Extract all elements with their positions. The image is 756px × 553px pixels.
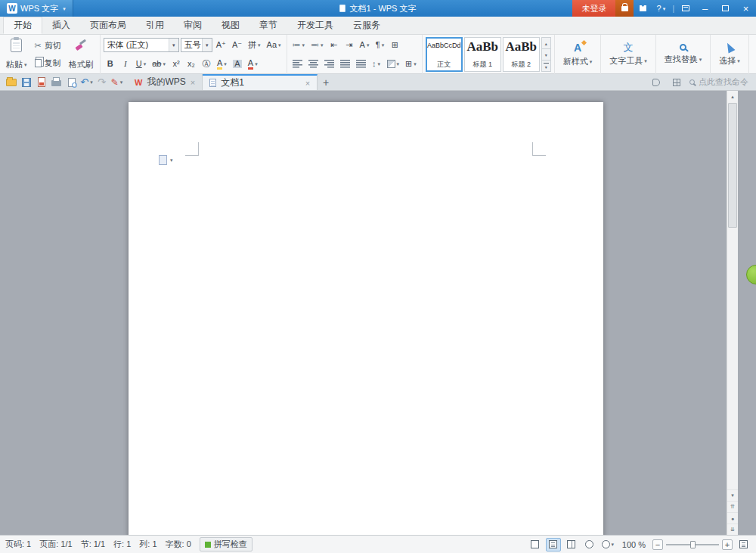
- fullscreen-view-button[interactable]: [528, 538, 543, 551]
- enclose-characters-button[interactable]: Ⓐ: [200, 57, 213, 72]
- page-view-button[interactable]: [546, 538, 561, 551]
- zoom-in-button[interactable]: +: [722, 539, 733, 550]
- character-shading-button[interactable]: A: [231, 57, 244, 72]
- document-page[interactable]: ▾: [129, 102, 603, 535]
- align-left-button[interactable]: [290, 57, 305, 72]
- zoom-slider-thumb[interactable]: [690, 541, 696, 548]
- eye-protection-button[interactable]: ▾: [600, 538, 615, 551]
- print-preview-button[interactable]: [64, 75, 79, 89]
- close-tab-icon[interactable]: ×: [305, 79, 310, 88]
- assistant-icon[interactable]: [649, 75, 663, 89]
- tab-home[interactable]: 开始: [3, 17, 42, 34]
- tab-cloud[interactable]: 云服务: [343, 17, 390, 34]
- style-normal[interactable]: AaBbCcDd 正文: [426, 37, 463, 72]
- font-family-select[interactable]: 宋体 (正文) ▾: [104, 38, 179, 52]
- outline-view-button[interactable]: [564, 538, 579, 551]
- decrease-indent-button[interactable]: ⇤: [327, 38, 341, 53]
- web-view-button[interactable]: [582, 538, 597, 551]
- style-heading-2[interactable]: AaBb 标题 2: [503, 37, 540, 72]
- scroll-up-button[interactable]: ▴: [727, 91, 738, 102]
- spellcheck-button[interactable]: 拼写检查: [200, 537, 253, 551]
- assistant-ball[interactable]: [746, 265, 756, 284]
- paste-button[interactable]: 粘贴▾: [3, 37, 30, 72]
- page-setup-tag[interactable]: ▾: [159, 155, 173, 165]
- superscript-button[interactable]: x²: [169, 57, 183, 72]
- fit-page-button[interactable]: [736, 538, 751, 551]
- ink-pen-button[interactable]: ✎ ▾: [110, 75, 124, 89]
- numbering-button[interactable]: ≕ ▾: [308, 38, 326, 53]
- style-heading-1[interactable]: AaBb 标题 1: [464, 37, 501, 72]
- wps-menu-button[interactable]: W WPS 文字 ▾: [0, 0, 73, 17]
- cut-button[interactable]: ✂ 剪切: [32, 39, 64, 53]
- tab-references[interactable]: 引用: [136, 17, 174, 34]
- undo-button[interactable]: ↶ ▾: [79, 75, 94, 89]
- skin-icon[interactable]: [634, 0, 652, 17]
- pinyin-guide-button[interactable]: 拼 ▾: [246, 38, 263, 53]
- maximize-button[interactable]: [715, 0, 736, 17]
- bold-button[interactable]: B: [104, 57, 117, 72]
- zoom-slider[interactable]: [666, 539, 719, 550]
- text-tools-button[interactable]: 文 文字工具▾: [604, 37, 652, 72]
- borders-button[interactable]: ⊞ ▾: [403, 57, 419, 72]
- styles-scroll-down-button[interactable]: ▾: [541, 49, 551, 61]
- line-spacing-button[interactable]: ↕ ▾: [370, 57, 383, 72]
- align-right-button[interactable]: [322, 57, 336, 72]
- italic-button[interactable]: I: [119, 57, 132, 72]
- copy-button[interactable]: 复制: [32, 56, 64, 70]
- tab-developer[interactable]: 开发工具: [287, 17, 343, 34]
- close-tab-icon[interactable]: ×: [191, 78, 195, 87]
- scrollbar-thumb[interactable]: [728, 103, 737, 228]
- styles-scroll-up-button[interactable]: ▴: [541, 37, 551, 49]
- character-scale-button[interactable]: A ▾: [358, 38, 372, 53]
- export-pdf-button[interactable]: [34, 75, 48, 89]
- workspace-switch-icon[interactable]: [669, 75, 683, 89]
- distribute-button[interactable]: [354, 57, 368, 72]
- find-replace-button[interactable]: 查找替换▾: [659, 37, 708, 72]
- show-formatting-marks-button[interactable]: ¶ ▾: [373, 38, 386, 53]
- format-painter-button[interactable]: 格式刷: [66, 37, 97, 72]
- increase-indent-button[interactable]: ⇥: [342, 38, 356, 53]
- font-size-select[interactable]: 五号 ▾: [181, 38, 212, 52]
- shop-icon[interactable]: [615, 0, 634, 17]
- new-style-button[interactable]: A 新样式▾: [558, 37, 598, 72]
- tab-view[interactable]: 视图: [212, 17, 249, 34]
- shrink-font-button[interactable]: A⁻: [230, 38, 244, 53]
- hide-ribbon-icon[interactable]: [677, 0, 695, 17]
- strikethrough-button[interactable]: ab ▾: [150, 57, 168, 72]
- browse-object-button[interactable]: ●: [727, 512, 738, 523]
- find-command-box[interactable]: 点此查找命令: [689, 76, 748, 88]
- font-color-button[interactable]: A ▾: [246, 57, 260, 72]
- vertical-scrollbar[interactable]: ▴ ▾ ⇈ ● ⇊: [727, 91, 738, 535]
- shading-button[interactable]: ▾: [385, 57, 402, 72]
- tab-insert[interactable]: 插入: [42, 17, 80, 34]
- text-layout-button[interactable]: ⊞: [388, 38, 401, 53]
- open-button[interactable]: [4, 75, 18, 89]
- zoom-value[interactable]: 100 %: [622, 540, 646, 549]
- styles-gallery-more-button[interactable]: ▾: [541, 61, 551, 72]
- underline-button[interactable]: U ▾: [134, 57, 148, 72]
- tab-page-layout[interactable]: 页面布局: [80, 17, 136, 34]
- minimize-button[interactable]: –: [695, 0, 715, 17]
- zoom-out-button[interactable]: −: [652, 539, 663, 550]
- login-button[interactable]: 未登录: [572, 0, 615, 17]
- tab-document1[interactable]: 文档1 ×: [203, 74, 318, 90]
- tab-my-wps[interactable]: W 我的WPS ×: [128, 74, 203, 90]
- scroll-down-button[interactable]: ▾: [727, 489, 738, 501]
- previous-page-button[interactable]: ⇈: [727, 501, 738, 512]
- select-button[interactable]: 选择▾: [714, 37, 745, 72]
- status-word-count[interactable]: 字数: 0: [166, 539, 191, 550]
- align-center-button[interactable]: [306, 57, 321, 72]
- close-button[interactable]: ×: [736, 0, 756, 17]
- save-button[interactable]: [19, 75, 33, 89]
- print-button[interactable]: [49, 75, 64, 89]
- change-case-button[interactable]: Aa ▾: [265, 38, 284, 53]
- bullets-button[interactable]: ≔ ▾: [290, 38, 308, 53]
- subscript-button[interactable]: x₂: [184, 57, 198, 72]
- tab-review[interactable]: 审阅: [174, 17, 212, 34]
- redo-button[interactable]: ↷: [94, 75, 109, 89]
- help-button[interactable]: ? ▾: [652, 0, 670, 17]
- grow-font-button[interactable]: A⁺: [214, 38, 228, 53]
- justify-button[interactable]: [338, 57, 352, 72]
- new-tab-button[interactable]: +: [318, 74, 334, 90]
- next-page-button[interactable]: ⇊: [727, 523, 738, 535]
